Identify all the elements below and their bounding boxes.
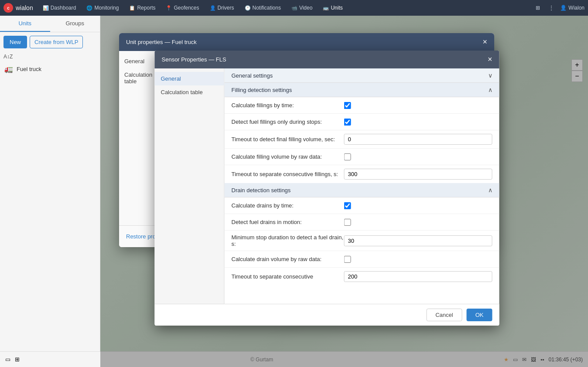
nav-notifications[interactable]: 🕐 Notifications	[240, 0, 285, 16]
nav-drivers[interactable]: 👤 Drivers	[205, 0, 239, 16]
timeout-final-filling-input[interactable]	[344, 134, 492, 145]
min-stop-duration-label: Minimum stop duration to detect a fuel d…	[232, 234, 344, 247]
tab-groups[interactable]: Groups	[50, 16, 100, 32]
unit-props-header: Unit properties — Fuel truck ×	[119, 33, 494, 51]
detect-fillings-stops-checkbox[interactable]	[344, 119, 351, 126]
filling-detection-header[interactable]: Filling detection settings ∧	[225, 83, 499, 97]
drivers-icon: 👤	[210, 5, 216, 11]
sort-control[interactable]: A↕Z	[0, 52, 100, 61]
main-layout: Units Groups New Create from WLP A↕Z 🚛 F…	[0, 16, 588, 367]
sensor-dialog-body: General Calculation table General settin…	[155, 68, 499, 304]
units-icon: 🚌	[323, 5, 329, 11]
sidebar: Units Groups New Create from WLP A↕Z 🚛 F…	[0, 16, 100, 367]
view-grid-icon[interactable]: ⊞	[15, 356, 20, 363]
calc-filling-raw-label: Calculate filling volume by raw data:	[232, 153, 344, 160]
filling-detection-label: Filling detection settings	[232, 87, 292, 93]
unit-name: Fuel truck	[17, 66, 41, 72]
more-button[interactable]: ⋮	[546, 5, 557, 11]
drain-detection-form: Calculate drains by time: Detect fuel dr…	[225, 197, 499, 285]
form-row-calc-drains-time: Calculate drains by time:	[225, 197, 499, 214]
filling-detection-form: Calculate fillings by time: Detect fuel …	[225, 97, 499, 183]
timeout-final-filling-label: Timeout to detect final filling volume, …	[232, 136, 344, 143]
sidebar-unit-fuel-truck[interactable]: 🚛 Fuel truck	[0, 61, 100, 77]
monitoring-icon: 🌐	[86, 5, 92, 11]
calc-fillings-time-control	[344, 102, 492, 109]
calc-drains-time-checkbox[interactable]	[344, 202, 351, 209]
view-list-icon[interactable]: ▭	[5, 356, 10, 363]
form-row-calc-filling-raw: Calculate filling volume by raw data:	[225, 149, 499, 165]
drain-detection-toggle-icon: ∧	[488, 187, 492, 194]
sensor-left-general[interactable]: General	[155, 72, 224, 85]
general-settings-toggle-icon: ∨	[488, 72, 492, 79]
video-icon: 📹	[291, 5, 297, 11]
create-wlp-button[interactable]: Create from WLP	[30, 36, 83, 48]
calc-drains-time-label: Calculate drains by time:	[232, 202, 344, 209]
calc-fillings-time-checkbox[interactable]	[344, 102, 351, 109]
tab-units[interactable]: Units	[0, 16, 50, 32]
nav-dashboard[interactable]: 📊 Dashboard	[38, 0, 81, 16]
logo[interactable]: c wialon	[3, 3, 33, 13]
sensor-left-calc-table[interactable]: Calculation table	[155, 85, 224, 99]
sort-icon: A↕Z	[3, 54, 13, 60]
detect-fillings-stops-label: Detect fuel fillings only during stops:	[232, 119, 344, 125]
form-row-timeout-consecutive-drain: Timeout to separate consecutive	[225, 268, 499, 285]
map-area: + − Unit properties — Fuel truck × Gener…	[100, 16, 588, 367]
new-button[interactable]: New	[3, 36, 27, 48]
timeout-consecutive-filling-label: Timeout to separate consecutive fillings…	[232, 171, 344, 177]
unit-props-close-button[interactable]: ×	[482, 37, 487, 47]
detect-drains-motion-control	[344, 219, 492, 226]
sensor-dialog-title: Sensor Properties — FLS	[162, 56, 226, 63]
grid-button[interactable]: ⊞	[533, 5, 543, 11]
filling-detection-toggle-icon: ∧	[488, 86, 492, 93]
truck-icon: 🚛	[4, 65, 13, 73]
sensor-dialog-footer: Cancel OK	[155, 304, 499, 326]
timeout-final-filling-control	[344, 134, 492, 145]
detect-fillings-stops-control	[344, 119, 492, 126]
form-row-calc-fillings-time: Calculate fillings by time:	[225, 97, 499, 114]
timeout-consecutive-filling-control	[344, 169, 492, 180]
form-row-calc-drain-raw: Calculate drain volume by raw data:	[225, 251, 499, 268]
calc-filling-raw-control	[344, 153, 492, 160]
sensor-ok-button[interactable]: OK	[467, 309, 492, 321]
sensor-dialog-content: General settings ∨ Filling detection set…	[225, 68, 499, 304]
sidebar-tabs: Units Groups	[0, 16, 100, 32]
drain-detection-header[interactable]: Drain detection settings ∧	[225, 183, 499, 197]
nav-video[interactable]: 📹 Video	[287, 0, 317, 16]
timeout-consecutive-filling-input[interactable]	[344, 169, 492, 180]
sidebar-actions: New Create from WLP	[0, 32, 100, 52]
reports-icon: 📋	[129, 5, 135, 11]
nav-units[interactable]: 🚌 Units	[318, 0, 347, 16]
username: Wialon	[568, 5, 585, 11]
nav-monitoring[interactable]: 🌐 Monitoring	[82, 0, 123, 16]
topbar-right: ⊞ ⋮ 👤 Wialon	[533, 5, 585, 11]
sensor-dialog-close-button[interactable]: ×	[488, 55, 492, 64]
form-row-timeout-final-filling: Timeout to detect final filling volume, …	[225, 130, 499, 149]
timeout-consecutive-drain-input[interactable]	[344, 271, 492, 282]
sensor-cancel-button[interactable]: Cancel	[426, 309, 462, 321]
sensor-dialog-header: Sensor Properties — FLS ×	[155, 51, 499, 68]
form-row-detect-fillings-stops: Detect fuel fillings only during stops:	[225, 114, 499, 130]
drain-detection-label: Drain detection settings	[232, 187, 291, 194]
timeout-consecutive-drain-label: Timeout to separate consecutive	[232, 273, 344, 280]
user-icon: 👤	[560, 5, 567, 11]
dashboard-icon: 📊	[43, 5, 49, 11]
calc-filling-raw-checkbox[interactable]	[344, 153, 351, 160]
detect-drains-motion-checkbox[interactable]	[344, 219, 351, 226]
bottom-left: ▭ ⊞	[5, 356, 20, 363]
timeout-consecutive-drain-control	[344, 271, 492, 282]
form-row-detect-drains-motion: Detect fuel drains in motion:	[225, 214, 499, 231]
notifications-icon: 🕐	[245, 5, 251, 11]
detect-drains-motion-label: Detect fuel drains in motion:	[232, 219, 344, 225]
geofences-icon: 📍	[166, 5, 172, 11]
nav-reports[interactable]: 📋 Reports	[125, 0, 160, 16]
calc-drain-raw-checkbox[interactable]	[344, 256, 351, 263]
min-stop-duration-input[interactable]	[344, 235, 492, 246]
nav-geofences[interactable]: 📍 Geofences	[161, 0, 203, 16]
user-menu[interactable]: 👤 Wialon	[560, 5, 585, 11]
general-settings-header[interactable]: General settings ∨	[225, 68, 499, 83]
calc-fillings-time-label: Calculate fillings by time:	[232, 102, 344, 109]
form-row-min-stop-duration: Minimum stop duration to detect a fuel d…	[225, 231, 499, 251]
min-stop-duration-control	[344, 235, 492, 246]
unit-props-title: Unit properties — Fuel truck	[126, 39, 197, 45]
sensor-dialog-left: General Calculation table	[155, 68, 225, 304]
